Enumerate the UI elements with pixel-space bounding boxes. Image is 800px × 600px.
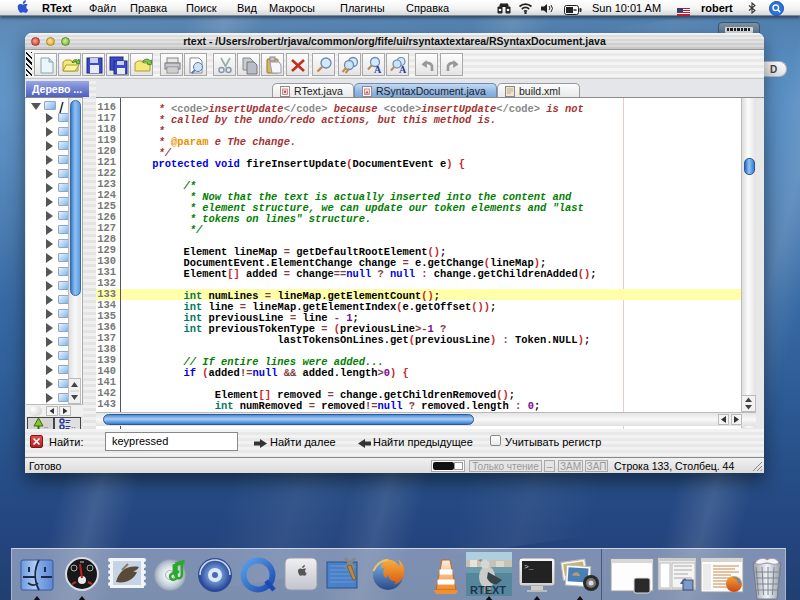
svg-text:>_: >_ <box>524 562 534 571</box>
svg-text:A: A <box>374 64 382 75</box>
svg-text:A: A <box>399 64 407 75</box>
svg-text:RTEXT: RTEXT <box>470 584 506 596</box>
